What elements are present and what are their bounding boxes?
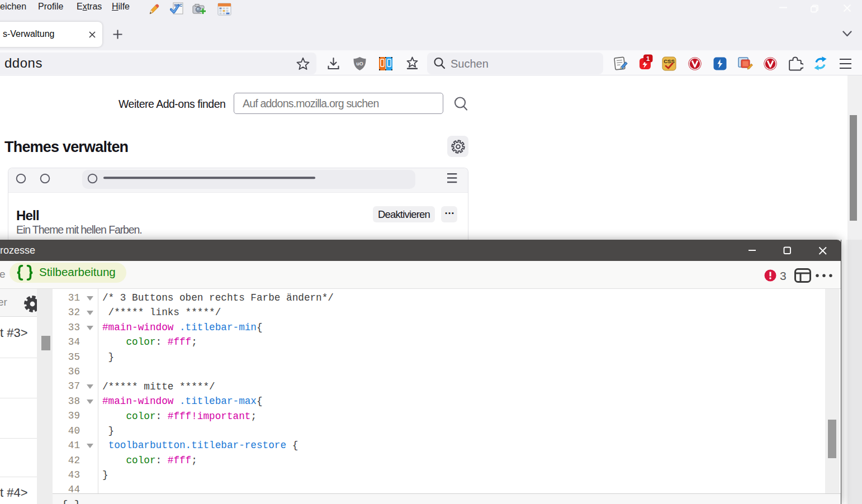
svg-text:uO: uO — [356, 61, 363, 66]
svg-text:3: 3 — [780, 269, 787, 282]
svg-text:1: 1 — [646, 55, 650, 62]
